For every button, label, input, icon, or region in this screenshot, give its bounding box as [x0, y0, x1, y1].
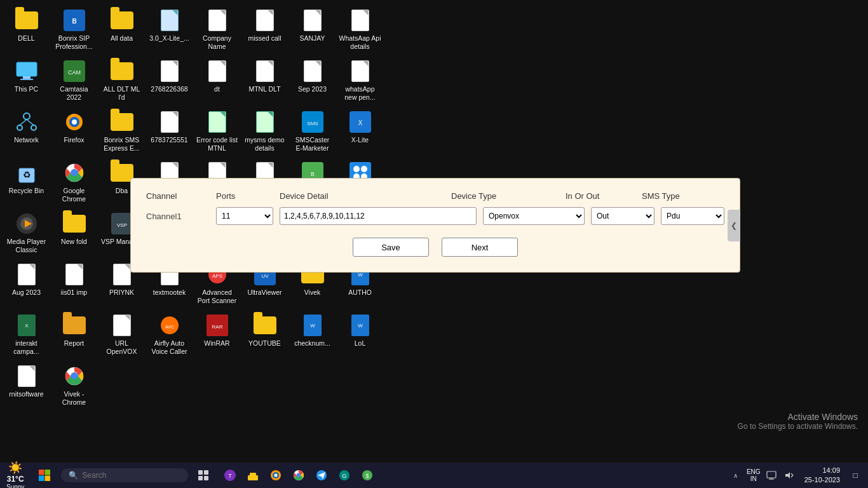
svg-marker-87	[785, 472, 790, 478]
icon-6783[interactable]: 6783725551	[146, 107, 193, 158]
taskbar-teams-icon[interactable]: T	[220, 465, 240, 485]
activate-title: Activate Windows	[738, 412, 858, 422]
icon-report[interactable]: Report	[50, 310, 98, 361]
icon-iis01[interactable]: iis01 imp	[50, 259, 98, 310]
icon-checknum[interactable]: W checknum...	[288, 310, 336, 361]
svg-text:X: X	[358, 119, 362, 126]
icon-missed-call[interactable]: missed call	[241, 5, 288, 56]
desktop: DELL B Bonrix SIP Profession... All data…	[0, 0, 868, 463]
icon-dt[interactable]: dt	[193, 56, 241, 107]
icon-lol[interactable]: W LoL	[336, 310, 384, 361]
icon-youtube[interactable]: YOUTUBE	[241, 310, 288, 361]
svg-rect-61	[45, 470, 51, 475]
svg-rect-67	[204, 476, 208, 480]
tray-chevron[interactable]: ∧	[728, 468, 743, 483]
svg-text:B: B	[72, 18, 76, 25]
svg-point-28	[361, 166, 367, 172]
svg-point-8	[17, 125, 22, 130]
device-type-select[interactable]: Openvox Other	[483, 207, 585, 225]
icon-sep-2023[interactable]: Sep 2023	[288, 56, 336, 107]
icon-2768[interactable]: 2768226368	[146, 56, 193, 107]
icon-error-code[interactable]: Error code list MTNL	[193, 107, 241, 158]
icon-aug-2023[interactable]: Aug 2023	[3, 259, 50, 310]
svg-text:T: T	[229, 473, 233, 479]
icon-mtnl-dlt[interactable]: MTNL DLT	[241, 56, 288, 107]
taskbar-ext-icon[interactable]: G	[334, 465, 355, 485]
svg-line-10	[20, 119, 27, 125]
svg-text:B: B	[310, 171, 314, 177]
svg-rect-62	[39, 476, 44, 482]
icon-bonrix-sms[interactable]: Bonrix SMS Express E...	[98, 107, 146, 158]
taskbar-clock: 14:09 25-10-2023	[799, 466, 845, 485]
clock-date: 25-10-2023	[804, 475, 840, 485]
side-arrow[interactable]: ❮	[728, 210, 740, 241]
icon-company-name[interactable]: Company Name	[193, 5, 241, 56]
svg-rect-65	[204, 470, 208, 475]
taskbar-browser-icon[interactable]	[266, 465, 286, 485]
icon-all-dlt[interactable]: ALL DLT ML l'd	[98, 56, 146, 107]
search-input[interactable]	[82, 471, 171, 480]
icon-all-data[interactable]: All data	[98, 5, 146, 56]
icon-winrar[interactable]: RAR WinRAR	[193, 310, 241, 361]
icon-whatsapp-pen[interactable]: whatsApp new pen...	[336, 56, 384, 107]
icon-smscaster[interactable]: SMS SMSCaster E-Marketer	[288, 107, 336, 158]
task-view-button[interactable]	[193, 465, 214, 485]
icon-network[interactable]: Network	[3, 107, 50, 158]
icon-bonrix-sip[interactable]: B Bonrix SIP Profession...	[50, 5, 98, 56]
icon-sanjay[interactable]: SANJAY	[288, 5, 336, 56]
taskbar-telegram-icon[interactable]	[311, 465, 332, 485]
icon-mysms[interactable]: mysms demo details	[241, 107, 288, 158]
icon-chrome[interactable]: Google Chrome	[50, 158, 98, 208]
channel-config-dialog: Channel Ports Device Detail Device Type …	[130, 178, 740, 273]
icon-rnitsoftware[interactable]: rnitsoftware	[3, 361, 50, 412]
icon-firefox[interactable]: Firefox	[50, 107, 98, 158]
svg-rect-84	[767, 471, 776, 478]
sms-type-select[interactable]: Pdu Text	[661, 207, 724, 225]
tray-display[interactable]	[764, 468, 779, 483]
taskbar-tray: ∧ ENGIN 14:09 25-10-2023 □	[723, 466, 868, 485]
svg-point-59	[71, 373, 78, 379]
search-icon: 🔍	[69, 471, 78, 480]
svg-text:$: $	[366, 473, 369, 479]
taskbar-search-box[interactable]: 🔍	[61, 468, 188, 482]
icon-3x-lite[interactable]: 3.0_X-Lite_...	[146, 5, 193, 56]
weather-icon: ☀️	[8, 461, 22, 475]
taskbar-weather: ☀️ 31°C Sunny	[0, 461, 31, 489]
svg-rect-64	[198, 470, 203, 475]
next-button[interactable]: Next	[442, 238, 518, 257]
icon-recycle[interactable]: ♻ Recycle Bin	[3, 158, 50, 208]
header-in-or-out: In Or Out	[566, 191, 642, 201]
svg-rect-71	[250, 473, 256, 477]
in-or-out-select[interactable]: Out In Both	[591, 207, 654, 225]
tray-notification[interactable]: □	[848, 468, 863, 483]
svg-point-77	[297, 473, 301, 477]
taskbar-chrome-icon[interactable]	[288, 465, 309, 485]
save-button[interactable]: Save	[353, 238, 429, 257]
icon-whatsapp-api[interactable]: WhatsAap Api details	[336, 5, 384, 56]
icon-this-pc[interactable]: This PC	[3, 56, 50, 107]
weather-temp: 31°C	[7, 475, 24, 484]
icon-airfly[interactable]: AVC Airfly Auto Voice Caller	[146, 310, 193, 361]
svg-line-89	[791, 475, 793, 477]
icon-interakt[interactable]: X interakt campa...	[3, 310, 50, 361]
lang-label: ENGIN	[747, 468, 761, 482]
svg-rect-66	[198, 476, 203, 480]
icon-xlite[interactable]: X X-Lite	[336, 107, 384, 158]
taskbar-file-icon[interactable]	[243, 465, 263, 485]
ports-select[interactable]: 11 1 2	[216, 207, 273, 225]
svg-text:W: W	[358, 272, 363, 278]
device-detail-input[interactable]	[280, 207, 477, 225]
svg-point-23	[71, 170, 78, 176]
start-button[interactable]	[33, 464, 56, 487]
clock-time: 14:09	[804, 466, 840, 475]
icon-vivek-chrome[interactable]: Vivek - Chrome	[50, 361, 98, 412]
icon-media-player[interactable]: Media Player Classic	[3, 208, 50, 259]
svg-rect-60	[39, 470, 44, 475]
icon-url-openvox[interactable]: URL OpenVOX	[98, 310, 146, 361]
icon-new-fold[interactable]: New fold	[50, 208, 98, 259]
taskbar-money-icon[interactable]: $	[357, 465, 377, 485]
activate-subtitle: Go to Settings to activate Windows.	[738, 422, 858, 431]
icon-camtasia[interactable]: CAM Camtasia 2022	[50, 56, 98, 107]
icon-dell[interactable]: DELL	[3, 5, 50, 56]
tray-volume[interactable]	[782, 468, 797, 483]
